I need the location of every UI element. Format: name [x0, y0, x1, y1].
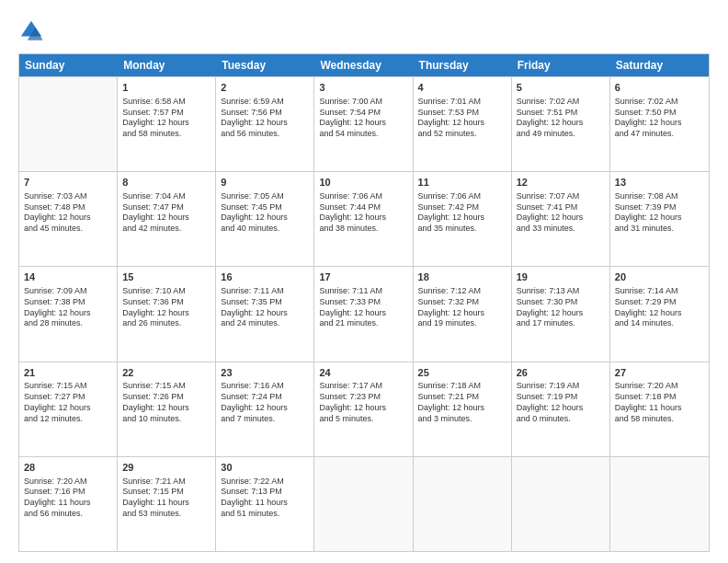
day-number: 9 [221, 176, 309, 190]
calendar-cell: 21Sunrise: 7:15 AM Sunset: 7:27 PM Dayli… [19, 362, 118, 456]
calendar-cell: 17Sunrise: 7:11 AM Sunset: 7:33 PM Dayli… [314, 267, 413, 361]
day-number: 16 [221, 270, 309, 284]
calendar-cell: 30Sunrise: 7:22 AM Sunset: 7:13 PM Dayli… [216, 457, 314, 551]
calendar-day-header: Monday [118, 54, 216, 76]
day-info: Sunrise: 7:06 AM Sunset: 7:42 PM Dayligh… [418, 191, 506, 235]
day-number: 8 [122, 176, 210, 190]
calendar-cell: 9Sunrise: 7:05 AM Sunset: 7:45 PM Daylig… [216, 172, 314, 266]
calendar-cell: 23Sunrise: 7:16 AM Sunset: 7:24 PM Dayli… [216, 362, 314, 456]
day-info: Sunrise: 7:12 AM Sunset: 7:32 PM Dayligh… [418, 286, 506, 329]
day-info: Sunrise: 7:22 AM Sunset: 7:13 PM Dayligh… [221, 477, 309, 520]
calendar: SundayMondayTuesdayWednesdayThursdayFrid… [18, 53, 710, 552]
calendar-day-header: Thursday [414, 54, 512, 76]
calendar-cell: 22Sunrise: 7:15 AM Sunset: 7:26 PM Dayli… [118, 362, 216, 456]
day-info: Sunrise: 7:07 AM Sunset: 7:41 PM Dayligh… [517, 191, 605, 235]
day-number: 22 [122, 366, 210, 380]
calendar-cell: 18Sunrise: 7:12 AM Sunset: 7:32 PM Dayli… [414, 267, 512, 361]
calendar-cell: 24Sunrise: 7:17 AM Sunset: 7:23 PM Dayli… [314, 362, 413, 456]
calendar-row: 1Sunrise: 6:58 AM Sunset: 7:57 PM Daylig… [19, 76, 709, 171]
day-number: 14 [24, 270, 112, 284]
day-number: 5 [517, 81, 605, 95]
day-info: Sunrise: 7:00 AM Sunset: 7:54 PM Dayligh… [319, 97, 407, 140]
day-number: 13 [615, 176, 704, 190]
day-info: Sunrise: 7:02 AM Sunset: 7:50 PM Dayligh… [615, 97, 704, 140]
calendar-cell: 19Sunrise: 7:13 AM Sunset: 7:30 PM Dayli… [512, 267, 610, 361]
day-info: Sunrise: 7:05 AM Sunset: 7:45 PM Dayligh… [221, 191, 309, 235]
calendar-cell: 2Sunrise: 6:59 AM Sunset: 7:56 PM Daylig… [216, 77, 314, 171]
calendar-day-header: Wednesday [314, 54, 413, 76]
calendar-cell: 26Sunrise: 7:19 AM Sunset: 7:19 PM Dayli… [512, 362, 610, 456]
day-number: 18 [418, 270, 506, 284]
calendar-cell: 12Sunrise: 7:07 AM Sunset: 7:41 PM Dayli… [512, 172, 610, 266]
calendar-cell: 25Sunrise: 7:18 AM Sunset: 7:21 PM Dayli… [414, 362, 512, 456]
calendar-row: 7Sunrise: 7:03 AM Sunset: 7:48 PM Daylig… [19, 171, 709, 266]
day-number: 17 [319, 270, 407, 284]
day-info: Sunrise: 7:11 AM Sunset: 7:33 PM Dayligh… [319, 286, 407, 329]
day-info: Sunrise: 7:15 AM Sunset: 7:26 PM Dayligh… [122, 381, 210, 424]
day-info: Sunrise: 7:03 AM Sunset: 7:48 PM Dayligh… [24, 191, 112, 235]
day-info: Sunrise: 7:09 AM Sunset: 7:38 PM Dayligh… [24, 286, 112, 329]
day-info: Sunrise: 7:21 AM Sunset: 7:15 PM Dayligh… [122, 477, 210, 520]
calendar-row: 14Sunrise: 7:09 AM Sunset: 7:38 PM Dayli… [19, 266, 709, 361]
day-number: 20 [615, 270, 704, 284]
page: SundayMondayTuesdayWednesdayThursdayFrid… [0, 0, 728, 563]
calendar-cell [314, 457, 413, 551]
calendar-cell: 27Sunrise: 7:20 AM Sunset: 7:18 PM Dayli… [610, 362, 709, 456]
calendar-cell: 1Sunrise: 6:58 AM Sunset: 7:57 PM Daylig… [118, 77, 216, 171]
day-info: Sunrise: 7:20 AM Sunset: 7:16 PM Dayligh… [24, 477, 112, 520]
day-info: Sunrise: 7:13 AM Sunset: 7:30 PM Dayligh… [517, 286, 605, 329]
day-info: Sunrise: 7:19 AM Sunset: 7:19 PM Dayligh… [517, 381, 605, 424]
day-info: Sunrise: 7:14 AM Sunset: 7:29 PM Dayligh… [615, 286, 704, 329]
calendar-row: 21Sunrise: 7:15 AM Sunset: 7:27 PM Dayli… [19, 362, 709, 456]
day-info: Sunrise: 7:17 AM Sunset: 7:23 PM Dayligh… [319, 381, 407, 424]
day-info: Sunrise: 7:04 AM Sunset: 7:47 PM Dayligh… [122, 191, 210, 235]
day-info: Sunrise: 7:01 AM Sunset: 7:53 PM Dayligh… [418, 97, 506, 140]
day-info: Sunrise: 7:15 AM Sunset: 7:27 PM Dayligh… [24, 381, 112, 424]
calendar-cell: 11Sunrise: 7:06 AM Sunset: 7:42 PM Dayli… [414, 172, 512, 266]
calendar-cell: 4Sunrise: 7:01 AM Sunset: 7:53 PM Daylig… [414, 77, 512, 171]
calendar-cell [512, 457, 610, 551]
day-number: 10 [319, 176, 407, 190]
day-number: 6 [615, 81, 704, 95]
day-info: Sunrise: 6:59 AM Sunset: 7:56 PM Dayligh… [221, 97, 309, 140]
calendar-header: SundayMondayTuesdayWednesdayThursdayFrid… [19, 54, 709, 76]
day-info: Sunrise: 7:06 AM Sunset: 7:44 PM Dayligh… [319, 191, 407, 235]
day-info: Sunrise: 7:10 AM Sunset: 7:36 PM Dayligh… [122, 286, 210, 329]
day-number: 19 [517, 270, 605, 284]
day-number: 24 [319, 366, 407, 380]
calendar-cell: 28Sunrise: 7:20 AM Sunset: 7:16 PM Dayli… [19, 457, 118, 551]
day-number: 23 [221, 366, 309, 380]
day-info: Sunrise: 7:18 AM Sunset: 7:21 PM Dayligh… [418, 381, 506, 424]
day-info: Sunrise: 6:58 AM Sunset: 7:57 PM Dayligh… [122, 97, 210, 140]
calendar-cell: 8Sunrise: 7:04 AM Sunset: 7:47 PM Daylig… [118, 172, 216, 266]
logo [18, 18, 48, 44]
calendar-row: 28Sunrise: 7:20 AM Sunset: 7:16 PM Dayli… [19, 456, 709, 551]
calendar-day-header: Sunday [19, 54, 118, 76]
day-info: Sunrise: 7:20 AM Sunset: 7:18 PM Dayligh… [615, 381, 704, 424]
calendar-cell: 5Sunrise: 7:02 AM Sunset: 7:51 PM Daylig… [512, 77, 610, 171]
calendar-cell: 7Sunrise: 7:03 AM Sunset: 7:48 PM Daylig… [19, 172, 118, 266]
day-number: 30 [221, 461, 309, 475]
calendar-day-header: Friday [512, 54, 610, 76]
calendar-cell [610, 457, 709, 551]
calendar-cell [19, 77, 118, 171]
day-number: 3 [319, 81, 407, 95]
day-number: 25 [418, 366, 506, 380]
day-number: 12 [517, 176, 605, 190]
calendar-day-header: Saturday [610, 54, 709, 76]
day-number: 4 [418, 81, 506, 95]
day-number: 15 [122, 270, 210, 284]
calendar-day-header: Tuesday [216, 54, 314, 76]
day-info: Sunrise: 7:08 AM Sunset: 7:39 PM Dayligh… [615, 191, 704, 235]
calendar-cell: 14Sunrise: 7:09 AM Sunset: 7:38 PM Dayli… [19, 267, 118, 361]
day-number: 11 [418, 176, 506, 190]
calendar-body: 1Sunrise: 6:58 AM Sunset: 7:57 PM Daylig… [19, 76, 709, 551]
calendar-cell: 3Sunrise: 7:00 AM Sunset: 7:54 PM Daylig… [314, 77, 413, 171]
header [18, 15, 710, 44]
logo-icon [18, 18, 44, 44]
calendar-cell: 16Sunrise: 7:11 AM Sunset: 7:35 PM Dayli… [216, 267, 314, 361]
day-number: 7 [24, 176, 112, 190]
day-number: 29 [122, 461, 210, 475]
calendar-cell: 13Sunrise: 7:08 AM Sunset: 7:39 PM Dayli… [610, 172, 709, 266]
day-number: 28 [24, 461, 112, 475]
